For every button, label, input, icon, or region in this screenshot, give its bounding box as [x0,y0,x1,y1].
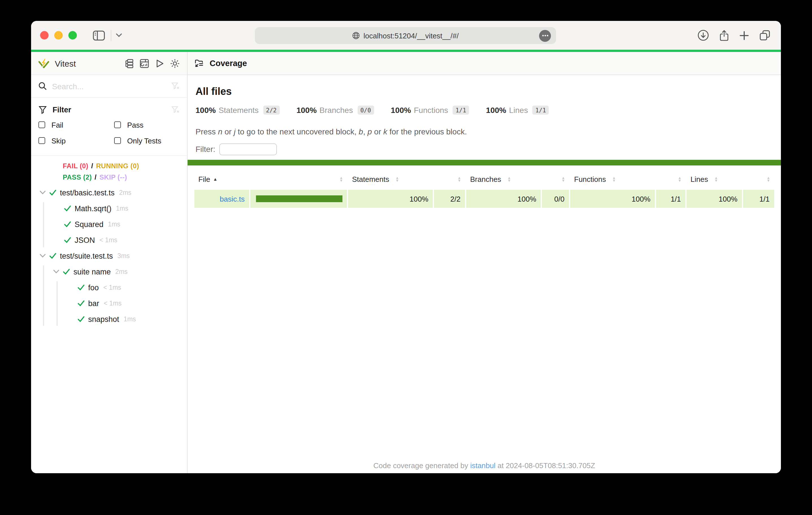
checkbox-skip[interactable]: Skip [38,133,114,149]
tree-item-test[interactable]: Squared 1ms [31,216,187,232]
tree-item-duration: 1ms [124,316,136,323]
url-text: localhost:51204/__vitest__/#/ [364,31,459,40]
checkbox-fail[interactable]: Fail [38,117,114,133]
column-header-functions-raw[interactable]: ▲▼ [656,175,686,189]
downloads-icon[interactable] [697,29,709,41]
fail-checkbox-box[interactable] [38,121,45,128]
column-header-chart[interactable]: ▲▼ [250,175,348,189]
clear-filters-icon[interactable] [171,105,180,114]
tree-item-label: Squared [75,220,104,229]
istanbul-link[interactable]: istanbul [470,461,496,470]
coverage-tab-bar: Coverage [187,52,781,75]
tree-item-file[interactable]: test/suite.test.ts 3ms [31,248,187,264]
fullscreen-window-button[interactable] [68,31,77,39]
tree-item-suite[interactable]: suite name 2ms [31,264,187,279]
checkbox-only-tests[interactable]: Only Tests [114,133,180,149]
lines-frac-cell: 1/1 [743,189,775,208]
only-tests-checkbox-box[interactable] [114,137,121,144]
sorter-icon[interactable]: ▲▼ [678,176,682,182]
minimize-window-button[interactable] [54,31,63,39]
tree-guide-line [43,202,44,247]
column-header-lines[interactable]: Lines▲▼ [686,175,743,189]
pass-check-icon [49,189,57,196]
chevron-down-icon[interactable] [53,269,59,274]
sidebar-toggle-icon[interactable] [93,30,105,40]
statements-pct-cell: 100% [348,189,433,208]
pass-check-icon [63,268,70,275]
tree-item-test[interactable]: foo < 1ms [31,279,187,295]
tree-item-file[interactable]: test/basic.test.ts 2ms [31,185,187,201]
sorter-icon[interactable]: ▲▼ [714,176,718,182]
skip-checkbox-box[interactable] [38,137,45,144]
hint-text: to go to the next uncovered block, [236,127,359,136]
pass-count: PASS (2) [63,173,92,181]
theme-toggle-sun-icon[interactable] [170,58,180,68]
sorter-icon[interactable]: ▲▼ [508,176,511,182]
column-header-file[interactable]: File ▲ [194,175,250,189]
table-header-row: File ▲ ▲▼ Statements▲▼ [194,175,775,189]
coverage-report-icon [194,58,204,68]
column-header-statements[interactable]: Statements▲▼ [348,175,433,189]
sorter-icon[interactable]: ▲▼ [457,176,461,182]
clear-search-filter-icon[interactable] [171,82,180,90]
tree-item-label: suite name [74,267,111,276]
tree-item-test[interactable]: JSON < 1ms [31,232,187,248]
run-all-play-icon[interactable] [155,58,165,68]
page-settings-ellipsis-icon[interactable] [539,30,551,41]
chevron-down-icon[interactable] [39,253,46,258]
tree-item-test[interactable]: bar < 1ms [31,295,187,311]
hint-key: n [218,127,222,136]
toolbar-chevron-down-icon[interactable] [116,33,122,37]
filter-section: Filter Fail [31,98,187,156]
chevron-down-icon[interactable] [39,190,46,195]
fail-count: FAIL (0) [63,162,88,170]
branches-frac-cell: 0/0 [541,189,570,208]
pass-checkbox-box[interactable] [114,121,121,128]
checkbox-pass[interactable]: Pass [114,117,180,133]
search-input[interactable] [52,82,166,91]
column-header-branches-raw[interactable]: ▲▼ [541,175,570,189]
search-row [31,75,187,98]
stat-pct: 100% [296,105,317,115]
toolbar-divider [111,30,111,41]
stat-functions: 100% Functions 1/1 [391,105,469,115]
branches-pct-cell: 100% [466,189,541,208]
column-header-statements-raw[interactable]: ▲▼ [433,175,466,189]
dashboard-icon[interactable] [140,58,149,68]
column-header-lines-raw[interactable]: ▲▼ [743,175,775,189]
column-header-branches[interactable]: Branches▲▼ [466,175,541,189]
skip-checkbox-label: Skip [51,137,66,145]
stat-branches: 100% Branches 0/0 [296,105,374,115]
sorter-icon[interactable]: ▲▼ [339,176,343,182]
functions-frac-cell: 1/1 [656,189,686,208]
coverage-table: File ▲ ▲▼ Statements▲▼ [194,175,775,208]
sorter-icon[interactable]: ▲▼ [612,176,616,182]
statements-frac-cell: 2/2 [433,189,466,208]
tree-view-icon[interactable] [124,58,134,68]
sorter-icon[interactable]: ▲▼ [396,176,399,182]
file-filter-input[interactable] [219,143,277,155]
tree-item-test[interactable]: Math.sqrt() 1ms [31,201,187,216]
file-link[interactable]: basic.ts [220,194,245,203]
sorter-icon[interactable]: ▲▼ [766,176,770,182]
tree-item-test[interactable]: snapshot 1ms [31,311,187,327]
new-tab-plus-icon[interactable] [739,30,749,40]
test-tree: test/basic.test.ts 2ms Math.sqrt() 1ms [31,185,187,473]
hint-key: p [368,127,372,136]
running-count: RUNNING (0) [96,162,139,170]
sorter-icon[interactable]: ▲▼ [561,176,565,182]
tree-item-duration: < 1ms [99,237,117,243]
column-header-functions[interactable]: Functions▲▼ [570,175,656,189]
hint-text: , [363,127,368,136]
filter-section-label: Filter [53,105,166,114]
pass-check-icon [78,300,85,307]
address-bar[interactable]: localhost:51204/__vitest__/#/ [255,27,556,44]
coverage-status-bar [187,160,781,165]
stat-fraction-badge: 0/0 [357,105,374,115]
close-window-button[interactable] [40,31,49,39]
share-icon[interactable] [719,29,729,41]
column-label: File [198,175,210,183]
tab-overview-icon[interactable] [759,29,771,41]
vitest-logo-icon [38,58,50,69]
tree-item-label: Math.sqrt() [75,204,112,213]
